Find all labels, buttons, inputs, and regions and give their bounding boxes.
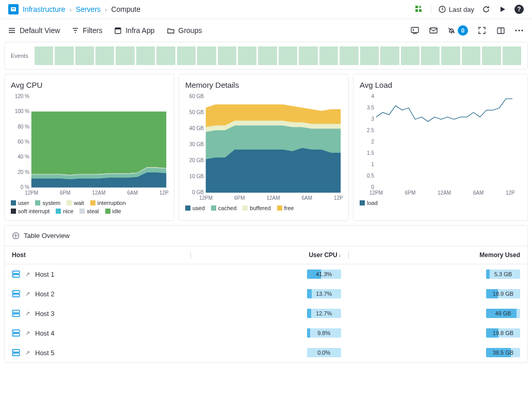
filters-label: Filters	[83, 26, 102, 35]
mem-bar: 5.3 GB	[486, 269, 520, 279]
legend-item[interactable]: user	[11, 200, 29, 206]
col-memory-used[interactable]: Memory Used	[348, 246, 527, 264]
legend-item[interactable]: system	[35, 200, 60, 206]
add-widget-icon[interactable]	[414, 5, 424, 14]
legend-item[interactable]: interruption	[90, 200, 126, 206]
split-panel-icon[interactable]	[496, 26, 505, 35]
events-bar[interactable]: Events	[4, 42, 528, 70]
table-row[interactable]: ↗ Host 4 9.8% 19.8 GB	[5, 323, 527, 343]
event-cell[interactable]	[258, 46, 277, 65]
toolbar-right: 0	[410, 25, 524, 36]
external-link-icon[interactable]: ↗	[25, 291, 30, 297]
help-icon[interactable]: ?	[514, 5, 524, 14]
alerts-button[interactable]: 0	[447, 25, 468, 36]
svg-rect-2	[415, 6, 418, 8]
table-row[interactable]: ↗ Host 5 0.0% 38.5 GB	[5, 343, 527, 362]
event-cell[interactable]	[299, 46, 317, 65]
breadcrumb-servers[interactable]: Servers	[76, 5, 101, 13]
col-host[interactable]: Host	[5, 246, 190, 264]
event-cell[interactable]	[319, 46, 338, 65]
folder-icon	[167, 27, 174, 34]
event-cell[interactable]	[218, 46, 236, 65]
chart-avg-cpu[interactable]: Avg CPU 0 %20 %40 %60 %80 %100 %120 %12P…	[4, 74, 174, 221]
groups-button[interactable]: Groups	[167, 26, 202, 35]
fullscreen-icon[interactable]	[477, 26, 487, 35]
event-cell[interactable]	[35, 46, 53, 65]
infra-app-button[interactable]: Infra App	[115, 26, 154, 35]
table-row[interactable]: ↗ Host 2 13.7% 18.9 GB	[5, 284, 527, 304]
chart-avg-load[interactable]: Avg Load 00.511.522.533.5412PM6PM12AM6AM…	[353, 74, 528, 221]
external-link-icon[interactable]: ↗	[25, 310, 30, 317]
event-cell[interactable]	[441, 46, 460, 65]
event-cell[interactable]	[503, 46, 521, 65]
external-link-icon[interactable]: ↗	[25, 350, 30, 356]
svg-text:50 GB: 50 GB	[189, 109, 204, 115]
svg-rect-62	[12, 314, 20, 316]
app-icon[interactable]	[8, 4, 19, 14]
event-cell[interactable]	[136, 46, 155, 65]
svg-text:0.5: 0.5	[367, 173, 374, 179]
terminal-icon[interactable]	[410, 26, 420, 35]
legend-item[interactable]: steal	[79, 208, 99, 214]
refresh-icon[interactable]	[481, 5, 491, 14]
event-cell[interactable]	[380, 46, 399, 65]
legend-item[interactable]: wait	[67, 200, 84, 206]
svg-text:60 %: 60 %	[18, 139, 29, 145]
chart-memory[interactable]: Memory Details 0 GB10 GB20 GB30 GB40 GB5…	[179, 74, 349, 221]
svg-text:6PM: 6PM	[234, 195, 245, 201]
event-cell[interactable]	[95, 46, 114, 65]
svg-text:6AM: 6AM	[127, 190, 138, 196]
time-range-picker[interactable]: Last day	[439, 6, 474, 13]
svg-text:12PM: 12PM	[334, 195, 343, 201]
breadcrumb-infrastructure[interactable]: Infrastructure	[23, 5, 65, 13]
mail-icon[interactable]	[429, 26, 438, 35]
chart-title: Avg CPU	[11, 81, 168, 89]
svg-text:12AM: 12AM	[438, 190, 451, 196]
event-cell[interactable]	[156, 46, 175, 65]
legend-item[interactable]: buffered	[243, 205, 270, 211]
header: Infrastructure › Servers › Compute Last …	[0, 0, 532, 19]
legend-item[interactable]: free	[277, 205, 294, 211]
svg-point-72	[13, 354, 14, 355]
event-cell[interactable]	[116, 46, 134, 65]
svg-rect-54	[12, 275, 20, 277]
table-row[interactable]: ↗ Host 1 41.3% 5.3 GB	[5, 264, 527, 284]
svg-text:4: 4	[371, 93, 374, 99]
legend-swatch	[11, 209, 16, 214]
event-cell[interactable]	[340, 46, 358, 65]
filters-button[interactable]: Filters	[72, 26, 102, 35]
play-icon[interactable]	[498, 5, 507, 14]
table: Host User CPU↓ Memory Used ↗ Host 1 41.3…	[5, 246, 527, 362]
col-user-cpu[interactable]: User CPU↓	[190, 246, 348, 264]
legend-label: buffered	[250, 205, 270, 211]
event-cell[interactable]	[279, 46, 297, 65]
table-row[interactable]: ↗ Host 3 12.7% 49 GB	[5, 304, 527, 323]
event-cell[interactable]	[360, 46, 379, 65]
event-cell[interactable]	[462, 46, 480, 65]
svg-text:6AM: 6AM	[473, 190, 484, 196]
svg-text:12PM: 12PM	[369, 190, 383, 196]
external-link-icon[interactable]: ↗	[25, 271, 30, 278]
host-name: Host 3	[35, 310, 55, 317]
more-icon[interactable]	[514, 26, 524, 35]
external-link-icon[interactable]: ↗	[25, 330, 30, 337]
event-cell[interactable]	[238, 46, 256, 65]
legend-item[interactable]: soft interrupt	[11, 208, 50, 214]
legend-item[interactable]: used	[185, 205, 205, 211]
legend-item[interactable]: load	[360, 200, 378, 206]
legend-item[interactable]: idle	[105, 208, 121, 214]
events-cells	[35, 46, 521, 65]
event-cell[interactable]	[482, 46, 501, 65]
svg-point-12	[518, 29, 520, 31]
legend-item[interactable]: nice	[56, 208, 73, 214]
event-cell[interactable]	[177, 46, 196, 65]
legend-item[interactable]: cached	[211, 205, 236, 211]
svg-text:10 GB: 10 GB	[189, 173, 204, 179]
view-selector[interactable]: Default View	[8, 26, 60, 35]
event-cell[interactable]	[197, 46, 216, 65]
event-cell[interactable]	[421, 46, 440, 65]
event-cell[interactable]	[55, 46, 73, 65]
event-cell[interactable]	[401, 46, 420, 65]
alert-icon	[447, 26, 456, 35]
event-cell[interactable]	[75, 46, 94, 65]
